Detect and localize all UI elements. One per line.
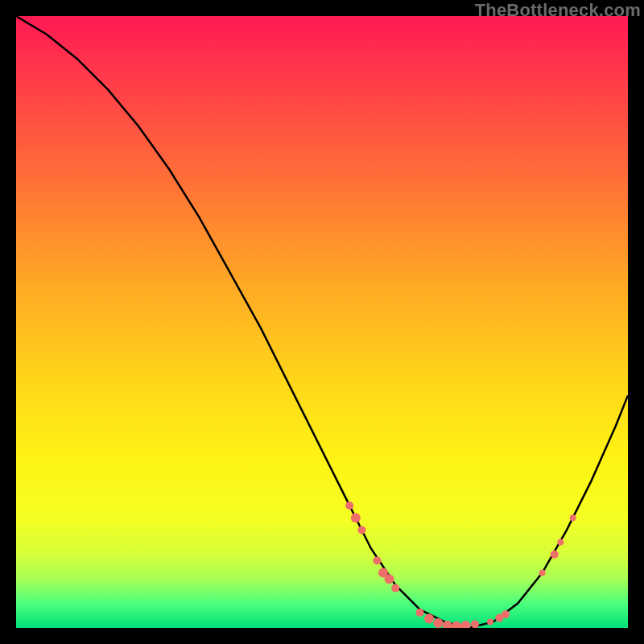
curve-marker	[385, 574, 394, 584]
curve-marker	[461, 621, 471, 628]
curve-marker	[570, 514, 576, 521]
curve-marker	[391, 584, 399, 592]
curve-marker	[357, 526, 365, 534]
curve-marker	[539, 570, 546, 576]
plot-area	[16, 16, 628, 628]
curve-marker	[557, 539, 564, 546]
curve-marker	[487, 618, 493, 625]
curve-marker	[433, 618, 443, 628]
bottleneck-curve	[16, 16, 628, 628]
curve-line	[16, 16, 628, 628]
watermark-text: TheBottleneck.com	[475, 0, 641, 21]
curve-marker	[551, 551, 559, 559]
curve-marker	[345, 502, 353, 510]
curve-marker	[502, 610, 510, 618]
chart-frame: TheBottleneck.com	[0, 0, 644, 644]
curve-marker	[351, 513, 361, 522]
curve-markers	[345, 502, 576, 628]
curve-marker	[452, 621, 461, 628]
curve-marker	[471, 620, 479, 628]
curve-marker	[424, 614, 434, 624]
curve-marker	[373, 556, 381, 564]
curve-marker	[416, 609, 424, 617]
